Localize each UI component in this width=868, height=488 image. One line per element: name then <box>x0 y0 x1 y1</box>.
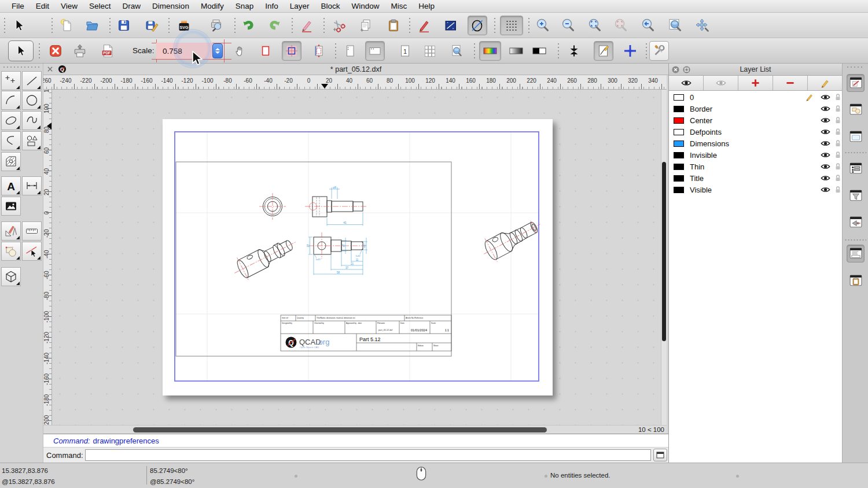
save-as-button[interactable] <box>142 16 161 35</box>
layer-color-swatch[interactable] <box>674 106 684 112</box>
layer-row[interactable]: Center <box>669 114 842 126</box>
layer-lock-toggle[interactable] <box>834 93 841 101</box>
layer-lock-toggle[interactable] <box>834 186 841 194</box>
menu-item[interactable]: Modify <box>195 2 230 10</box>
vertical-scrollbar[interactable] <box>661 90 667 425</box>
layer-list-dock-button[interactable] <box>847 160 865 178</box>
stepper-up-icon[interactable] <box>215 48 220 50</box>
layer-color-swatch[interactable] <box>674 164 684 170</box>
layer-row[interactable]: Thin <box>669 161 842 172</box>
layer-row[interactable]: 0 <box>669 91 842 103</box>
redo-button[interactable] <box>265 16 285 35</box>
pointer-mode-button[interactable] <box>8 40 34 61</box>
layer-lock-toggle[interactable] <box>834 162 841 171</box>
clipboard-dock-button[interactable] <box>847 272 865 290</box>
paste-button[interactable] <box>384 16 403 35</box>
undo-button[interactable] <box>238 16 258 35</box>
arc-tools-button[interactable] <box>1 91 21 110</box>
layer-visibility-toggle[interactable] <box>821 105 830 112</box>
command-input[interactable] <box>85 449 651 461</box>
grayscale-button[interactable] <box>506 41 526 61</box>
layer-row[interactable]: Defpoints <box>669 126 842 138</box>
layer-visibility-toggle[interactable] <box>821 175 830 182</box>
misc-draw-tools-button[interactable] <box>1 221 21 241</box>
menu-item[interactable]: Draw <box>117 2 147 10</box>
circle-tools-button[interactable] <box>22 91 42 110</box>
zoom-page-button[interactable] <box>447 41 466 61</box>
delete-eraser-button[interactable] <box>297 16 317 35</box>
menu-item[interactable]: Layer <box>284 2 315 10</box>
menu-item[interactable]: Select <box>83 2 117 10</box>
show-all-layers-button[interactable] <box>669 76 704 90</box>
layer-visibility-toggle[interactable] <box>821 117 830 124</box>
black-white-button[interactable] <box>529 41 549 61</box>
copy-button[interactable] <box>356 16 376 35</box>
new-document-button[interactable] <box>57 16 76 35</box>
landscape-page-button[interactable] <box>365 41 385 61</box>
layer-visibility-toggle[interactable] <box>821 186 830 193</box>
point-tools-button[interactable] <box>1 71 21 90</box>
polyline-tools-button[interactable] <box>1 131 21 150</box>
layer-row[interactable]: Invisible <box>669 149 842 161</box>
command-trigger-dock-button[interactable] <box>847 213 865 231</box>
layer-visibility-toggle[interactable] <box>821 128 830 135</box>
measure-tools-button[interactable] <box>22 221 42 241</box>
close-panel-icon[interactable] <box>672 66 679 73</box>
modify-tools-button[interactable] <box>1 242 21 261</box>
document-title[interactable]: * part_05.12.dxf <box>43 65 668 73</box>
dock-drag-handle[interactable] <box>846 66 865 69</box>
layer-row[interactable]: Border <box>669 103 842 114</box>
vertical-scrollbar-thumb[interactable] <box>662 162 666 341</box>
close-preview-button[interactable] <box>46 41 65 61</box>
layer-lock-toggle[interactable] <box>834 105 841 113</box>
zoom-window-button[interactable] <box>665 16 685 35</box>
layer-visibility-toggle[interactable] <box>821 151 830 158</box>
layer-color-swatch[interactable] <box>674 117 684 124</box>
stepper-down-icon[interactable] <box>215 51 220 54</box>
auto-fit-page-button[interactable] <box>309 41 329 61</box>
page-borders-button[interactable] <box>256 41 275 61</box>
layer-row[interactable]: Title <box>669 172 842 184</box>
menu-item[interactable]: Info <box>259 2 284 10</box>
print-button[interactable] <box>70 41 90 61</box>
remove-layer-button[interactable] <box>773 76 808 90</box>
ellipse-tools-button[interactable] <box>1 111 21 130</box>
palette-drag-handle[interactable] <box>2 66 41 69</box>
layer-lock-toggle[interactable] <box>834 116 841 124</box>
scale-stepper[interactable] <box>212 43 223 58</box>
zoom-auto-button[interactable] <box>585 16 605 35</box>
edit-layer-button[interactable] <box>808 76 842 90</box>
pan-hand-button[interactable] <box>230 41 250 61</box>
drawing-canvas[interactable]: ⌀8 41 <box>52 90 661 425</box>
print-preview-button[interactable] <box>207 16 226 35</box>
layer-lock-toggle[interactable] <box>834 139 841 147</box>
color-pen-button[interactable] <box>414 16 434 35</box>
menu-item[interactable]: Help <box>413 2 440 10</box>
grid-toggle-button[interactable] <box>500 16 523 35</box>
hide-all-layers-button[interactable] <box>704 76 738 90</box>
zoom-pan-button[interactable] <box>693 16 712 35</box>
snap-tools-button[interactable] <box>22 242 42 261</box>
menu-item[interactable]: Edit <box>30 2 55 10</box>
horizontal-scrollbar[interactable]: 10 < 100 <box>43 425 667 434</box>
menu-item[interactable]: Snap <box>230 2 260 10</box>
property-editor-dock-button[interactable] <box>847 74 865 92</box>
horizontal-scrollbar-thumb[interactable] <box>133 427 547 432</box>
menu-item[interactable]: Block <box>315 2 346 10</box>
layer-color-swatch[interactable] <box>674 129 684 135</box>
command-options-button[interactable] <box>653 449 667 461</box>
layer-visibility-toggle[interactable] <box>821 94 830 101</box>
line-tools-button[interactable] <box>22 71 42 90</box>
layer-visibility-toggle[interactable] <box>821 163 830 170</box>
image-tool-button[interactable] <box>1 197 21 216</box>
lineweight-button[interactable] <box>441 16 461 35</box>
menu-item[interactable]: Misc <box>385 2 413 10</box>
pdf-export-button[interactable]: PDF <box>98 41 117 61</box>
zoom-in-button[interactable] <box>533 16 553 35</box>
zoom-out-button[interactable] <box>558 16 578 35</box>
menu-item[interactable]: Dimension <box>146 2 195 10</box>
linetype-button[interactable] <box>468 16 487 35</box>
points-display-button[interactable] <box>620 41 640 61</box>
paper-preview-button[interactable] <box>282 41 301 61</box>
library-browser-dock-button[interactable] <box>847 128 865 146</box>
